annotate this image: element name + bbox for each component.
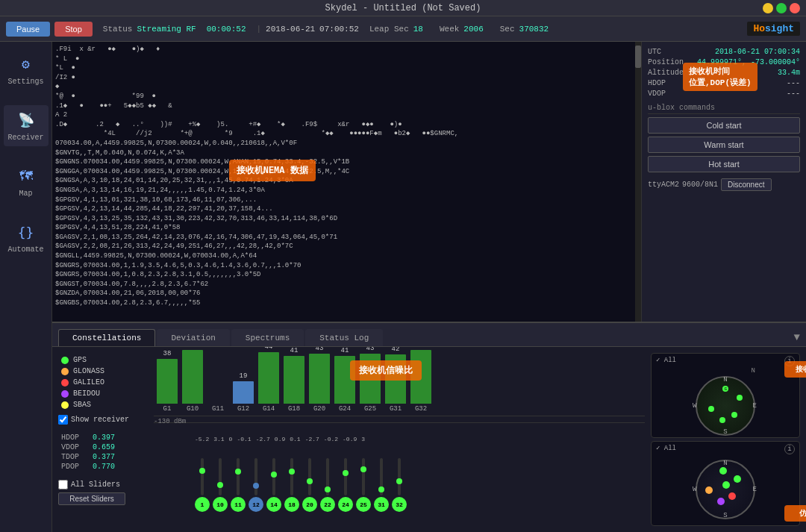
sim-sat-dot — [722, 481, 730, 489]
utc-time: 07:00:52 — [319, 25, 359, 34]
signal-bar-G1: 38G1 — [157, 350, 178, 413]
serial-row: ttyACM2 9600/8N1 Disconnect — [648, 178, 800, 191]
sidebar-label-automate: Automate — [8, 245, 44, 254]
week-label: Week — [440, 25, 459, 34]
pause-button[interactable]: Pause — [6, 22, 50, 37]
sidebar: ⚙ Settings 📡 Receiver 🗺 Map {} Automate — [0, 42, 52, 532]
beidou-label: BEIDOU — [73, 389, 100, 398]
snr-values: -5.23.10-0.1-2.70.90.1-2.7-0.2-0.93 — [154, 422, 645, 452]
sec-value: 370832 — [519, 25, 549, 34]
snr-col-G14: -2.7 — [256, 436, 270, 442]
constellation-beidou[interactable]: BEIDOU — [61, 389, 130, 398]
sim-sat-dot — [705, 486, 713, 494]
status-value: Streaming RF — [137, 25, 196, 34]
stop-button[interactable]: Stop — [54, 22, 93, 37]
all-sliders-row: All Sliders — [58, 480, 148, 489]
nmea-annotation: 接收机NEMA 数据 — [229, 160, 316, 181]
utc-row: UTC 2018-06-21 07:00:34 — [648, 48, 800, 56]
constellation-gps[interactable]: GPS — [61, 356, 130, 364]
constellation-galileo[interactable]: GALILEO — [61, 378, 130, 387]
vslider-20: 20 — [302, 458, 317, 512]
reset-sliders-button[interactable]: Reset Sliders — [58, 492, 125, 505]
sidebar-label-settings: Settings — [8, 78, 44, 86]
snr-col-G12: -0.1 — [237, 436, 251, 442]
sat-dot — [731, 412, 737, 418]
snr-col-G25: -0.2 — [324, 436, 338, 442]
sim-sat-dot — [717, 498, 725, 505]
nmea-scrollbar[interactable] — [635, 42, 641, 322]
snr-annotation: 接收机信噪比 — [350, 360, 422, 381]
tab-constellations[interactable]: Constellations — [58, 329, 155, 346]
pdop-dop-value: 0.770 — [93, 463, 115, 471]
pdop-display: PDOP 0.770 — [61, 463, 115, 471]
sidebar-item-automate[interactable]: {} Automate — [4, 217, 49, 258]
galileo-label: GALILEO — [73, 378, 104, 387]
constellation-glonass[interactable]: GLONASS — [61, 367, 130, 375]
expand-icon[interactable]: ▼ — [791, 328, 803, 346]
hdop-dop-value: 0.397 — [93, 434, 115, 442]
window-title: Skydel - Untitled (Not Saved) — [325, 3, 481, 13]
bottom-panel: Constellations Deviation Spectrums Statu… — [52, 323, 806, 532]
glonass-label: GLONASS — [73, 367, 104, 375]
leap-sec-value: 18 — [413, 25, 423, 34]
tabs-bar: Constellations Deviation Spectrums Statu… — [52, 323, 806, 347]
vslider-18: 18 — [284, 458, 299, 512]
sky-view-sim: ✓ All i N S E W — [651, 441, 800, 526]
sim-sat-dot — [719, 467, 727, 475]
tdop-dop-value: 0.377 — [93, 453, 115, 461]
close-button[interactable] — [790, 3, 800, 13]
tdop-display: TDOP 0.377 — [61, 453, 115, 461]
dop-panel: HDOP 0.397 VDOP 0.659 TDOP 0.377 PDOP — [58, 431, 118, 474]
vslider-14: 14 — [266, 458, 281, 512]
nmea-scrollbar-thumb[interactable] — [635, 46, 641, 68]
sky-receiver-title: ✓ All — [656, 356, 676, 364]
snr-col-G32: 3 — [361, 436, 365, 442]
sky-views: ✓ All i N N S E W G — [651, 353, 800, 526]
settings-icon: ⚙ — [16, 54, 37, 75]
sidebar-item-map[interactable]: 🗺 Map — [4, 161, 49, 202]
leap-sec-label: Leap Sec — [369, 25, 409, 34]
all-sliders-checkbox[interactable] — [58, 480, 68, 489]
maximize-button[interactable] — [776, 3, 787, 13]
vertical-sliders: 11011121418202224253132 — [154, 455, 645, 512]
map-icon: 🗺 — [16, 166, 37, 187]
position-label: Position — [648, 58, 684, 66]
sky-sim-title: ✓ All — [656, 444, 676, 452]
serial-port: ttyACM2 — [648, 181, 679, 189]
serial-baud: 9600/8N1 — [682, 181, 718, 189]
tab-deviation[interactable]: Deviation — [157, 329, 229, 346]
snr-col-G10: 3.1 — [213, 436, 224, 442]
sim-sat-dot — [734, 475, 741, 483]
vdop-value: --- — [787, 90, 800, 98]
sidebar-item-receiver[interactable]: 📡 Receiver — [4, 105, 49, 146]
galileo-dot — [61, 379, 69, 387]
tab-status-log[interactable]: Status Log — [305, 329, 383, 346]
snr-col-G20: 0.1 — [290, 436, 300, 442]
pdop-dop-label: PDOP — [61, 463, 79, 471]
all-sliders-label: All Sliders — [71, 481, 120, 489]
cold-start-button[interactable]: Cold start — [648, 117, 800, 134]
minimize-button[interactable] — [763, 3, 773, 13]
hot-start-button[interactable]: Hot start — [648, 156, 800, 172]
info-panel: 接收机时间位置,DOP(误差) UTC 2018-06-21 07:00:34 … — [642, 42, 806, 322]
constellation-sbas[interactable]: SBAS — [61, 401, 130, 409]
vdop-display: VDOP 0.659 — [61, 443, 115, 451]
signal-bar-G12: 19G12 — [233, 372, 254, 413]
signal-bar-G11: G11 — [207, 402, 228, 413]
tab-spectrums[interactable]: Spectrums — [231, 329, 304, 346]
vslider-1: 1 — [195, 458, 210, 512]
hdop-value: --- — [787, 79, 800, 87]
show-receiver-checkbox[interactable] — [58, 415, 68, 425]
nmea-text: .F9i x &r ●◆ ●)◆ ♦ * L ● *L ● /I2 ● ◆ *@… — [55, 45, 638, 308]
warm-start-button[interactable]: Warm start — [648, 137, 800, 153]
sat-dot: G — [722, 386, 728, 392]
titlebar: Skydel - Untitled (Not Saved) — [0, 0, 806, 16]
sky-sim-info-button[interactable]: i — [784, 444, 795, 454]
sat-dot — [737, 395, 743, 401]
disconnect-button[interactable]: Disconnect — [721, 178, 771, 191]
sidebar-item-settings[interactable]: ⚙ Settings — [4, 49, 49, 90]
sim-sky-annotation: 仿真天空视角 — [784, 505, 806, 522]
tdop-dop-label: TDOP — [61, 453, 79, 461]
gps-label: GPS — [73, 356, 87, 364]
toolbar: Pause Stop Status Streaming RF 00:00:52 … — [0, 16, 806, 42]
